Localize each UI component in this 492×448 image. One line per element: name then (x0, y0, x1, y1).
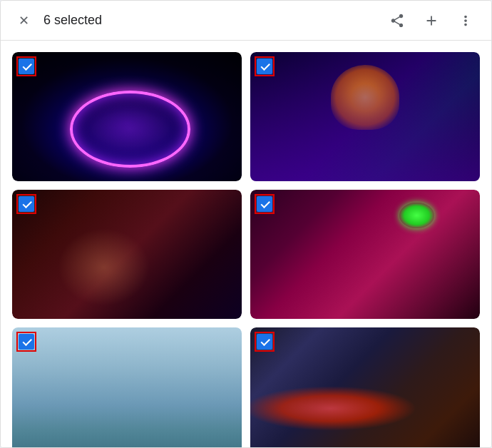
image-thumbnail-5 (12, 327, 242, 447)
checkbox-overlay-2 (255, 56, 275, 76)
image-thumbnail-3 (12, 190, 242, 319)
share-button[interactable] (383, 6, 411, 35)
image-thumbnail-4 (250, 190, 480, 319)
share-icon (389, 13, 405, 29)
add-button[interactable] (417, 6, 446, 35)
checkbox-overlay-1 (16, 56, 36, 76)
checkbox-overlay-4 (255, 194, 275, 214)
checkbox-2 (257, 58, 272, 74)
add-icon (424, 13, 439, 29)
list-item[interactable] (12, 327, 242, 447)
image-thumbnail-6 (250, 327, 480, 447)
checkbox-overlay-3 (16, 194, 36, 214)
image-thumbnail-1 (12, 52, 242, 181)
image-thumbnail-2 (250, 52, 480, 181)
more-vert-icon (458, 13, 473, 29)
list-item[interactable] (12, 52, 242, 181)
toolbar: ✕ 6 selected (1, 1, 491, 41)
checkbox-3 (19, 196, 34, 212)
checkbox-4 (257, 196, 272, 212)
checkbox-1 (19, 58, 34, 74)
image-grid (12, 52, 480, 447)
checkbox-overlay-5 (16, 332, 36, 352)
selected-count-title: 6 selected (43, 13, 383, 28)
toolbar-actions (383, 6, 480, 35)
list-item[interactable] (250, 327, 480, 447)
checkbox-5 (19, 334, 34, 350)
list-item[interactable] (250, 52, 480, 181)
checkbox-overlay-6 (255, 332, 275, 352)
list-item[interactable] (250, 190, 480, 319)
checkbox-6 (257, 334, 272, 350)
more-options-button[interactable] (451, 6, 480, 35)
image-grid-container (1, 41, 491, 447)
app-container: ✕ 6 selected (0, 0, 492, 448)
close-icon: ✕ (19, 13, 29, 29)
close-button[interactable]: ✕ (12, 9, 35, 32)
list-item[interactable] (12, 190, 242, 319)
